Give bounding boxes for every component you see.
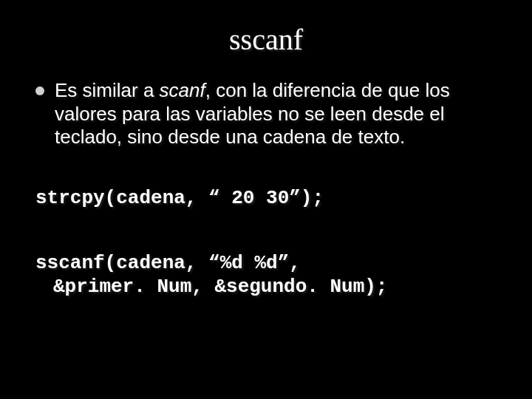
code-line-2b: &primer. Num, &segundo. Num); <box>53 275 495 299</box>
code-line-1: strcpy(cadena, “ 20 30”); <box>35 186 495 211</box>
slide: sscanf Es similar a scanf, con la difere… <box>0 0 532 399</box>
slide-title: sscanf <box>22 22 510 57</box>
bullet-icon <box>35 86 44 95</box>
bullet-row: Es similar a scanf, con la diferencia de… <box>35 79 495 149</box>
bullet-italic: scanf <box>160 79 205 101</box>
bullet-text: Es similar a scanf, con la diferencia de… <box>55 79 495 149</box>
bullet-pre: Es similar a <box>55 79 160 101</box>
code-gap <box>22 211 510 251</box>
code-line-2a: sscanf(cadena, “%d %d”, <box>35 251 495 276</box>
